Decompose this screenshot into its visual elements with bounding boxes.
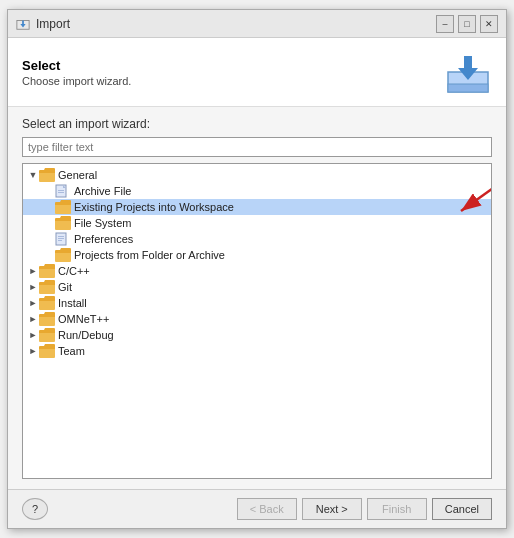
svg-rect-10 <box>58 238 64 239</box>
tree-item-omnetpp[interactable]: ► OMNeT++ <box>23 311 491 327</box>
tree-item-general[interactable]: ▼ General <box>23 167 491 183</box>
import-title-icon <box>16 17 30 31</box>
next-button[interactable]: Next > <box>302 498 362 520</box>
archive-label: Archive File <box>74 185 131 197</box>
minimize-button[interactable]: – <box>436 15 454 33</box>
svg-rect-2 <box>448 84 488 92</box>
dialog-title: Import <box>36 17 70 31</box>
cpp-label: C/C++ <box>58 265 90 277</box>
folder-omnetpp-icon <box>39 312 55 326</box>
team-label: Team <box>58 345 85 357</box>
folder-rundebug-icon <box>39 328 55 342</box>
header-title: Select <box>22 58 131 73</box>
filter-input[interactable] <box>22 137 492 157</box>
title-bar-left: Import <box>16 17 70 31</box>
tree-item-cpp[interactable]: ► C/C++ <box>23 263 491 279</box>
bottom-buttons: < Back Next > Finish Cancel <box>237 498 492 520</box>
filesystem-label: File System <box>74 217 131 229</box>
folder-cpp-icon <box>39 264 55 278</box>
folder-filesystem-icon <box>55 216 71 230</box>
maximize-button[interactable]: □ <box>458 15 476 33</box>
svg-rect-11 <box>58 240 62 241</box>
preferences-label: Preferences <box>74 233 133 245</box>
install-label: Install <box>58 297 87 309</box>
header-text: Select Choose import wizard. <box>22 58 131 87</box>
tree-container[interactable]: ▼ General <box>22 163 492 479</box>
tree-label: Select an import wizard: <box>22 117 492 131</box>
cancel-button[interactable]: Cancel <box>432 498 492 520</box>
svg-rect-9 <box>58 236 64 237</box>
svg-rect-5 <box>58 192 64 193</box>
folder-team-icon <box>39 344 55 358</box>
content-section: Select an import wizard: ▼ General <box>8 107 506 489</box>
tree-item-rundebug[interactable]: ► Run/Debug <box>23 327 491 343</box>
back-button[interactable]: < Back <box>237 498 297 520</box>
general-label: General <box>58 169 97 181</box>
expand-cpp-icon: ► <box>27 266 39 276</box>
file-archive-icon <box>55 184 71 198</box>
expand-general-icon: ▼ <box>27 170 39 180</box>
help-button[interactable]: ? <box>22 498 48 520</box>
close-button[interactable]: ✕ <box>480 15 498 33</box>
tree-item-git[interactable]: ► Git <box>23 279 491 295</box>
tree-item-team[interactable]: ► Team <box>23 343 491 359</box>
tree-item-existing[interactable]: Existing Projects into Workspace <box>23 199 491 215</box>
projectsfolder-label: Projects from Folder or Archive <box>74 249 225 261</box>
header-import-icon <box>444 48 492 96</box>
expand-install-icon: ► <box>27 298 39 308</box>
folder-projectsfolder-icon <box>55 248 71 262</box>
title-bar: Import – □ ✕ <box>8 10 506 38</box>
omnetpp-label: OMNeT++ <box>58 313 109 325</box>
title-bar-controls: – □ ✕ <box>436 15 498 33</box>
tree-item-install[interactable]: ► Install <box>23 295 491 311</box>
rundebug-label: Run/Debug <box>58 329 114 341</box>
folder-install-icon <box>39 296 55 310</box>
tree-wrapper: ▼ General <box>22 163 492 479</box>
folder-general-icon <box>39 168 55 182</box>
tree-item-preferences[interactable]: Preferences <box>23 231 491 247</box>
tree-item-projectsfolder[interactable]: Projects from Folder or Archive <box>23 247 491 263</box>
tree-item-filesystem[interactable]: File System <box>23 215 491 231</box>
tree-item-archive[interactable]: Archive File <box>23 183 491 199</box>
header-subtitle: Choose import wizard. <box>22 75 131 87</box>
folder-git-icon <box>39 280 55 294</box>
expand-rundebug-icon: ► <box>27 330 39 340</box>
header-section: Select Choose import wizard. <box>8 38 506 107</box>
svg-rect-4 <box>58 190 64 191</box>
expand-omnetpp-icon: ► <box>27 314 39 324</box>
existing-label: Existing Projects into Workspace <box>74 201 234 213</box>
import-dialog: Import – □ ✕ Select Choose import wizard… <box>7 9 507 529</box>
file-preferences-icon <box>55 232 71 246</box>
expand-git-icon: ► <box>27 282 39 292</box>
finish-button[interactable]: Finish <box>367 498 427 520</box>
git-label: Git <box>58 281 72 293</box>
expand-team-icon: ► <box>27 346 39 356</box>
folder-existing-icon <box>55 200 71 214</box>
bottom-bar: ? < Back Next > Finish Cancel <box>8 489 506 528</box>
